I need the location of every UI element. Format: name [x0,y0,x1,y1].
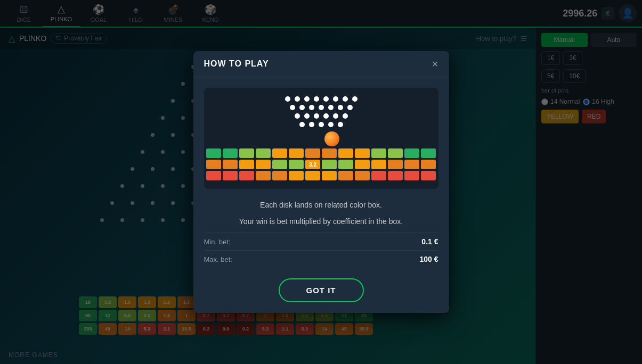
preview-dot [295,96,300,102]
preview-cell [355,160,370,169]
preview-cell [322,160,337,169]
preview-dot [343,96,348,102]
preview-dot [309,122,314,127]
falling-ball [324,131,339,146]
preview-dots [213,96,430,127]
preview-cell [289,148,304,158]
preview-cell [256,171,271,180]
plinko-preview: 3.2 [204,88,438,189]
preview-dot-row-1 [285,96,357,102]
preview-cell [223,160,238,169]
preview-cell [404,160,419,169]
preview-cell [256,148,271,158]
preview-dot [304,113,310,119]
preview-dot [328,105,334,110]
preview-cell [223,171,238,180]
preview-dot [333,113,338,119]
preview-cell [206,148,221,158]
preview-cell [371,148,386,158]
modal-text-1: Each disk lands on related color box. [204,200,438,211]
preview-cell [289,160,304,169]
preview-dot [323,96,329,102]
preview-cell [289,171,304,180]
preview-cell [388,148,403,158]
preview-dot [295,113,300,119]
preview-color-rows: 3.2 [213,148,430,180]
preview-dot [323,113,329,119]
preview-cell [322,171,337,180]
modal-body: 3.2 [193,77,449,313]
preview-cell [338,160,353,169]
modal-header: HOW TO PLAY × [193,51,449,77]
preview-cell [338,148,353,158]
preview-cell [223,148,238,158]
preview-dot [333,96,338,102]
preview-dot-row-2 [290,105,353,110]
preview-dot [338,122,343,127]
preview-cell [206,171,221,180]
preview-cell [322,148,337,158]
preview-cell [272,160,287,169]
preview-cell [371,171,386,180]
modal-overlay[interactable]: HOW TO PLAY × [0,0,642,364]
preview-dot [290,105,295,110]
preview-dot [343,113,348,119]
preview-highlight-cell: 3.2 [305,160,320,169]
modal-title: HOW TO PLAY [204,59,269,69]
preview-cell [421,160,436,169]
preview-dot [328,122,334,127]
preview-cell [421,148,436,158]
preview-cell [404,171,419,180]
min-bet-row: Min. bet: 0.1 € [204,233,438,250]
min-bet-value: 0.1 € [421,237,438,246]
preview-color-row-2: 3.2 [206,160,436,169]
preview-dot-row-4 [299,122,343,127]
preview-color-row-1 [206,148,436,158]
max-bet-label: Max. bet: [204,255,232,263]
preview-cell [338,171,353,180]
preview-dot [314,113,319,119]
preview-cell [305,171,320,180]
preview-cell [239,171,254,180]
preview-dot [309,105,314,110]
preview-dot-row-3 [295,113,348,119]
modal-close-button[interactable]: × [432,59,438,69]
preview-dot [285,96,290,102]
preview-dot [319,105,324,110]
preview-cell [256,160,271,169]
preview-dot [352,96,357,102]
preview-dot [299,105,305,110]
max-bet-value: 100 € [419,255,438,263]
got-it-button[interactable]: GOT IT [279,278,364,302]
preview-dot [314,96,319,102]
preview-cell [388,160,403,169]
preview-cell [404,148,419,158]
preview-cell [206,160,221,169]
preview-cell [421,171,436,180]
preview-dot [347,105,353,110]
modal-text-2: Your win is bet multiplied by coefficien… [204,216,438,227]
preview-cell [272,148,287,158]
preview-dot [304,96,310,102]
preview-cell [355,148,370,158]
preview-cell [272,171,287,180]
preview-cell [371,160,386,169]
preview-dot [338,105,343,110]
preview-cell [305,148,320,158]
preview-dot [299,122,305,127]
preview-cell [355,171,370,180]
preview-cell [239,148,254,158]
max-bet-row: Max. bet: 100 € [204,250,438,268]
preview-color-row-3 [206,171,436,180]
preview-dot [319,122,324,127]
min-bet-label: Min. bet: [204,238,231,246]
preview-cell [388,171,403,180]
preview-cell [239,160,254,169]
how-to-play-modal: HOW TO PLAY × [193,51,449,313]
